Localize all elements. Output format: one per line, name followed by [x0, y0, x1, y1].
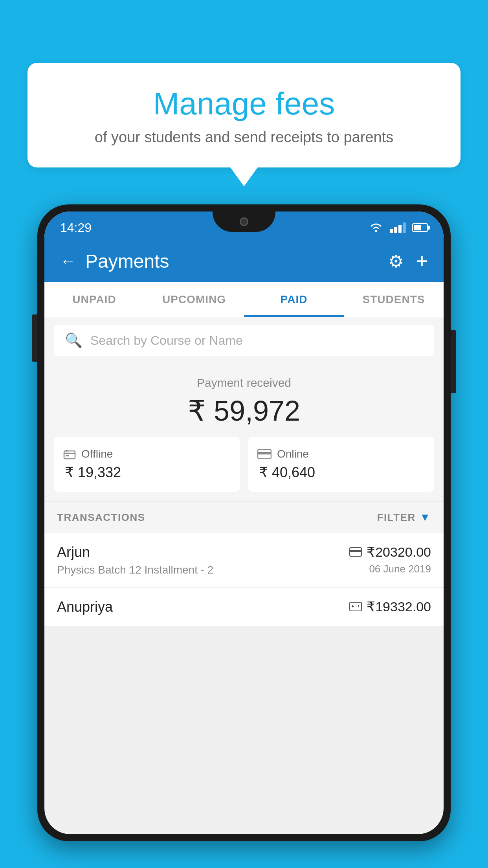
amount-row: ₹19332.00 [349, 599, 431, 614]
transaction-left: Anupriya [57, 599, 113, 615]
tabs: UNPAID UPCOMING PAID STUDENTS [44, 282, 444, 317]
table-row[interactable]: Anupriya ₹19332.00 [44, 588, 444, 627]
transaction-course: Physics Batch 12 Installment - 2 [57, 564, 213, 576]
svg-rect-7 [350, 602, 361, 611]
filter-button[interactable]: FILTER ▼ [377, 511, 431, 524]
tab-unpaid[interactable]: UNPAID [44, 282, 144, 317]
header-left: ← Payments [60, 250, 169, 272]
add-button[interactable]: + [416, 249, 428, 273]
tab-paid[interactable]: PAID [244, 282, 344, 317]
online-icon [257, 449, 272, 459]
transactions-list: Arjun Physics Batch 12 Installment - 2 ₹… [44, 533, 444, 627]
page-title: Payments [85, 250, 169, 272]
search-icon: 🔍 [65, 332, 83, 349]
transactions-header: TRANSACTIONS FILTER ▼ [44, 501, 444, 533]
app-header: ← Payments ⚙ + [44, 240, 444, 282]
payment-cards: Offline ₹ 19,332 Online ₹ [54, 437, 434, 492]
bubble-title: Manage fees [59, 86, 429, 121]
phone-screen: 14:29 [44, 211, 444, 834]
svg-rect-4 [258, 452, 271, 454]
phone-wrapper: 14:29 [37, 204, 451, 868]
online-amount: ₹ 40,640 [257, 464, 315, 481]
settings-icon[interactable]: ⚙ [388, 251, 404, 271]
header-right: ⚙ + [388, 249, 428, 273]
search-bar[interactable]: 🔍 Search by Course or Name [54, 325, 434, 356]
amount-row: ₹20320.00 [349, 544, 431, 560]
signal-icon [390, 223, 406, 233]
status-icons [369, 222, 428, 233]
transaction-name: Arjun [57, 544, 213, 561]
online-card: Online ₹ 40,640 [248, 437, 434, 492]
transaction-left: Arjun Physics Batch 12 Installment - 2 [57, 544, 213, 576]
svg-rect-8 [352, 606, 354, 607]
status-time: 14:29 [60, 221, 92, 235]
filter-icon: ▼ [420, 511, 431, 524]
battery-icon [412, 223, 428, 232]
transaction-amount: ₹20320.00 [367, 544, 431, 560]
wifi-icon [369, 222, 383, 233]
tab-upcoming[interactable]: UPCOMING [144, 282, 244, 317]
offline-card-header: Offline [63, 448, 113, 460]
transaction-right: ₹20320.00 06 June 2019 [349, 544, 431, 575]
offline-card: Offline ₹ 19,332 [54, 437, 240, 492]
transactions-label: TRANSACTIONS [57, 511, 145, 524]
camera [240, 217, 248, 226]
battery-fill [414, 225, 421, 230]
online-label: Online [277, 448, 309, 460]
payment-summary: Payment received ₹ 59,972 Offline [44, 364, 444, 501]
tab-students[interactable]: STUDENTS [344, 282, 444, 317]
phone-outer: 14:29 [37, 204, 451, 841]
speech-bubble: Manage fees of your students and send re… [28, 63, 460, 167]
transaction-date: 06 June 2019 [369, 563, 431, 575]
bubble-subtitle: of your students and send receipts to pa… [59, 129, 429, 146]
total-amount: ₹ 59,972 [54, 394, 434, 427]
transaction-right: ₹19332.00 [349, 599, 431, 614]
transaction-amount: ₹19332.00 [367, 599, 431, 614]
transaction-name: Anupriya [57, 599, 113, 615]
online-card-header: Online [257, 448, 309, 460]
back-button[interactable]: ← [60, 252, 76, 270]
payment-received-label: Payment received [54, 376, 434, 390]
search-input[interactable]: Search by Course or Name [90, 333, 243, 348]
svg-rect-6 [350, 550, 361, 552]
filter-label: FILTER [377, 511, 416, 524]
table-row[interactable]: Arjun Physics Batch 12 Installment - 2 ₹… [44, 533, 444, 588]
search-container: 🔍 Search by Course or Name [44, 317, 444, 364]
offline-amount: ₹ 19,332 [63, 464, 121, 481]
phone-notch [213, 211, 275, 232]
cash-payment-icon [349, 602, 362, 611]
svg-rect-1 [64, 451, 75, 459]
svg-point-0 [375, 230, 377, 232]
svg-rect-2 [66, 455, 69, 456]
speech-bubble-container: Manage fees of your students and send re… [28, 63, 460, 167]
offline-label: Offline [81, 448, 113, 460]
card-payment-icon [349, 547, 362, 557]
offline-icon [63, 449, 76, 460]
